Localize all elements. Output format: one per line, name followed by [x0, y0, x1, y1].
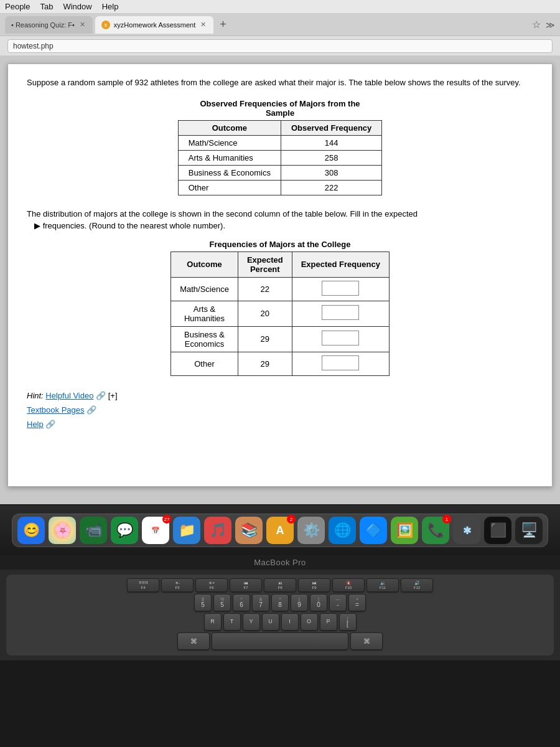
key-brace-open[interactable]: {[	[339, 613, 357, 631]
photos-icon: 🌸	[54, 522, 71, 538]
col2-outcome: Outcome	[171, 251, 238, 277]
dock-icon-messages[interactable]: 💬	[111, 517, 138, 544]
percent2-other: 29	[238, 352, 292, 375]
key-minus[interactable]: —-	[329, 594, 347, 611]
key-8[interactable]: *8	[271, 594, 289, 611]
key-y[interactable]: Y	[243, 613, 260, 631]
outcome-math: Math/Science	[178, 135, 281, 150]
bookmark-star-icon[interactable]: ☆	[532, 19, 541, 31]
key-5[interactable]: $5	[194, 594, 212, 611]
tab-reasoning-quiz[interactable]: • Reasoning Quiz: F• ✕	[5, 16, 93, 34]
expected-freq-input-other[interactable]	[322, 355, 359, 370]
key-cmd-right[interactable]: ⌘	[350, 632, 383, 650]
expected-freq-input-arts[interactable]	[322, 305, 359, 320]
key-t[interactable]: T	[223, 613, 241, 631]
key-percent-5[interactable]: %5	[213, 594, 231, 611]
col2-expected-freq: Expected Frequency	[292, 251, 389, 277]
dock-icon-astro[interactable]: A 2	[266, 517, 294, 544]
dock-icon-books[interactable]: 📚	[235, 517, 263, 544]
key-u[interactable]: U	[262, 613, 279, 631]
hint-label: Hint:	[27, 391, 44, 400]
dock-icon-photo-app[interactable]: 🖼️	[391, 517, 418, 544]
helpful-video-link[interactable]: Helpful Video	[45, 391, 93, 400]
key-cmd-left[interactable]: ⌘	[177, 632, 210, 650]
freq-other: 222	[281, 180, 381, 195]
key-f4[interactable]: ⠿⠿⠿F4	[127, 578, 159, 592]
expected-freq-input-business[interactable]	[322, 331, 359, 345]
expected-freq-input-math[interactable]	[322, 281, 359, 296]
percent2-business: 29	[238, 326, 292, 352]
tab2-close[interactable]: ✕	[199, 21, 207, 29]
textbook-pages-link[interactable]: Textbook Pages	[27, 405, 85, 415]
more-options-icon[interactable]: ≫	[546, 20, 555, 30]
key-r[interactable]: R	[204, 613, 222, 631]
freq-business: 308	[281, 165, 381, 180]
dock-icon-phone[interactable]: 📞 1	[422, 517, 449, 544]
key-f10[interactable]: 🔇F10	[332, 578, 365, 592]
key-o[interactable]: O	[301, 613, 318, 631]
keyboard: ⠿⠿⠿F4 ☀-F5 ☀+F6 ⏮F7 ⏯F8 ⏭F9 🔇F10 🔉F11	[6, 575, 554, 655]
external-link-icon: 🔗	[96, 391, 108, 400]
input-cell-other	[292, 352, 389, 375]
outcome2-business: Business &Economics	[171, 326, 238, 352]
dock-icon-settings[interactable]: ⚙️	[297, 517, 325, 544]
calendar-icon: 📅	[151, 527, 160, 535]
dock-icon-black[interactable]: ⬛	[484, 517, 511, 544]
key-f12[interactable]: 🔊F12	[401, 578, 433, 592]
menu-people[interactable]: People	[5, 2, 30, 11]
table-row: Arts & Humanities 258	[178, 150, 382, 165]
key-p[interactable]: P	[320, 613, 337, 631]
outcome2-other: Other	[171, 352, 238, 375]
key-equals[interactable]: +=	[348, 594, 366, 611]
input-cell-arts	[292, 301, 389, 326]
key-6[interactable]: ^6	[233, 594, 250, 611]
help-link[interactable]: Help	[27, 420, 44, 429]
key-7[interactable]: &7	[252, 594, 269, 611]
tab-xyz-homework[interactable]: x xyzHomework Assessment ✕	[95, 16, 213, 34]
edge-icon: 🌐	[334, 522, 351, 538]
macbook-label: MacBook Pro	[0, 555, 560, 570]
menu-tab[interactable]: Tab	[40, 2, 53, 11]
plus-label[interactable]: [+]	[108, 391, 118, 400]
problem-intro: Suppose a random sample of 932 athletes …	[27, 77, 533, 89]
address-input[interactable]	[7, 39, 553, 53]
menu-help[interactable]: Help	[102, 2, 119, 11]
key-f11[interactable]: 🔉F11	[366, 578, 399, 592]
menu-bar: People Tab Window Help	[0, 0, 560, 14]
dock-icon-finder[interactable]: 😊	[17, 517, 45, 544]
astro-icon: A	[276, 524, 284, 537]
key-9[interactable]: (9	[291, 594, 308, 611]
outcome-other: Other	[178, 180, 281, 195]
dock-icon-music[interactable]: 🎵	[204, 517, 231, 544]
dock-icon-browser-edge[interactable]: 🌐	[329, 517, 356, 544]
bluetooth-icon: ✱	[463, 525, 471, 537]
key-f7[interactable]: ⏮F7	[230, 578, 262, 592]
key-f8[interactable]: ⏯F8	[264, 578, 296, 592]
dock-icon-calendar[interactable]: 27 📅	[142, 517, 169, 544]
key-f9[interactable]: ⏭F9	[298, 578, 330, 592]
screen-icon: 🖥️	[521, 522, 538, 538]
table1-title: Observed Frequencies of Majors from theS…	[27, 99, 533, 118]
dock-icon-facetime[interactable]: 📹	[80, 517, 107, 544]
tab1-close[interactable]: ✕	[78, 21, 86, 29]
dock-icon-browser2[interactable]: 🔷	[360, 517, 387, 544]
dock-icon-screen[interactable]: 🖥️	[515, 517, 543, 544]
key-space[interactable]	[212, 632, 348, 650]
dock-area: 😊 🌸 📹 💬 27 📅 📁 🎵 📚	[0, 505, 560, 555]
dock-icon-photos[interactable]: 🌸	[49, 517, 76, 544]
phone-badge: 1	[442, 515, 451, 524]
key-i[interactable]: I	[281, 613, 299, 631]
facetime-icon: 📹	[85, 522, 102, 538]
table-row: Business & Economics 308	[178, 165, 382, 180]
tab1-label: • Reasoning Quiz: F•	[11, 21, 75, 29]
menu-window[interactable]: Window	[63, 2, 91, 11]
key-0[interactable]: )0	[310, 594, 327, 611]
new-tab-button[interactable]: +	[216, 18, 230, 31]
outcome-business: Business & Economics	[178, 165, 281, 180]
key-f6[interactable]: ☀+F6	[195, 578, 228, 592]
dock-icon-files[interactable]: 📁	[173, 517, 200, 544]
fn-key-row: ⠿⠿⠿F4 ☀-F5 ☀+F6 ⏮F7 ⏯F8 ⏭F9 🔇F10 🔉F11	[10, 578, 550, 592]
black-app-icon: ⬛	[490, 522, 506, 538]
dock-icon-bluetooth[interactable]: ✱	[453, 517, 480, 544]
key-f5[interactable]: ☀-F5	[161, 578, 194, 592]
